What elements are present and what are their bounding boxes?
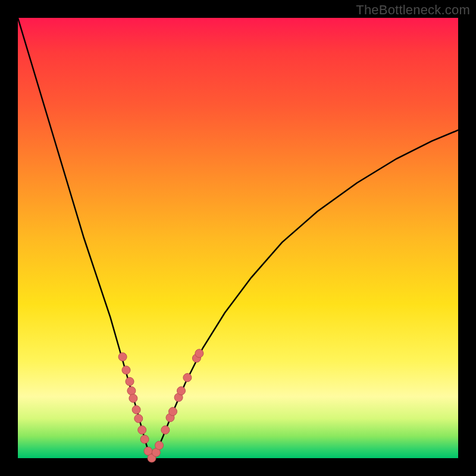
- data-dot: [129, 394, 137, 402]
- data-dot: [138, 426, 146, 434]
- data-dot: [122, 366, 130, 374]
- chart-overlay: [18, 18, 458, 458]
- data-dot: [127, 387, 136, 395]
- chart-frame: TheBottleneck.com: [0, 0, 476, 476]
- data-dot: [118, 353, 127, 361]
- data-dot: [126, 377, 134, 386]
- data-dot: [195, 349, 203, 358]
- data-dot: [140, 435, 149, 443]
- watermark-text: TheBottleneck.com: [356, 2, 470, 18]
- bottleneck-curve: [18, 18, 458, 458]
- data-dot: [161, 426, 170, 434]
- data-dots: [118, 349, 203, 462]
- data-dot: [169, 408, 177, 416]
- data-dot: [132, 406, 140, 414]
- data-dot: [155, 441, 164, 450]
- data-dot: [183, 374, 192, 382]
- data-dot: [177, 387, 186, 395]
- data-dot: [134, 414, 143, 422]
